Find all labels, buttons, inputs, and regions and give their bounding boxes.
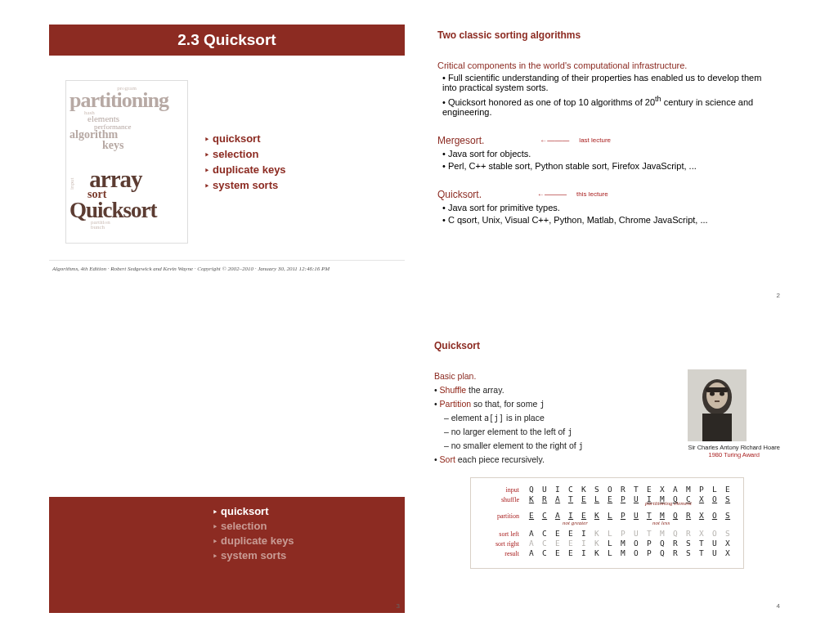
mergesort-row: Mergesort. ←——— last lecture (437, 135, 777, 146)
trace-box: input QUICKSORTEXAMPLE shuffle KRATELEPU… (470, 477, 744, 569)
svg-point-5 (720, 392, 724, 396)
slide-2-title: Two classic sorting algorithms (437, 25, 777, 51)
page-num-2: 2 (777, 292, 780, 299)
slide-3-toc: ‣quicksort ‣selection ‣duplicate keys ‣s… (49, 497, 405, 613)
critical-components-heading: Critical components in the world's compu… (437, 60, 777, 70)
slide-grid: 2.3 Quicksort program partitioning hash … (49, 25, 785, 613)
svg-point-2 (706, 382, 728, 409)
trace-sortleft: sort left ACEEIKLPUTMQRXOS (481, 529, 733, 538)
slide-2: Two classic sorting algorithms Critical … (429, 25, 785, 302)
wordcloud-algorithm: algorithm (70, 130, 184, 141)
trace-sortright: sort right ACEEIKLMOPQRSTUX (481, 539, 733, 548)
anno-not-greater: not greater (563, 520, 588, 526)
wordcloud-partitioning: partitioning (70, 91, 184, 110)
toc-system-sorts: ‣system sorts (213, 549, 405, 561)
slide-4-title: Quicksort (434, 335, 780, 361)
slide-1-toc: ‣quicksort ‣selection ‣duplicate keys ‣s… (204, 80, 388, 244)
wordcloud-quicksort: Quicksort (70, 200, 184, 220)
bullet-quicksort-langs: C qsort, Unix, Visual C++, Python, Matla… (437, 215, 777, 225)
trace-result: result ACEEIKLMOPQRSTUX (481, 548, 733, 557)
toc-selection: ‣selection (213, 520, 405, 532)
wordcloud-array: array (89, 168, 141, 190)
bullet-quicksort-java: Java sort for primitive types. (437, 203, 777, 212)
toc-selection: ‣selection (204, 148, 388, 160)
anno-partitioning-element: partitioning element (645, 500, 692, 507)
slide-4: Quicksort Basic plan. • Shuffle the arra… (429, 335, 785, 613)
toc-quicksort: ‣quicksort (213, 505, 405, 517)
svg-rect-3 (702, 414, 732, 441)
svg-point-4 (710, 392, 715, 396)
toc-duplicate-keys: ‣duplicate keys (204, 163, 388, 176)
hoare-portrait (688, 369, 747, 441)
slide-3: ‣quicksort ‣selection ‣duplicate keys ‣s… (49, 335, 405, 613)
toc-duplicate-keys: ‣duplicate keys (213, 534, 405, 547)
wordcloud: program partitioning hash elements perfo… (65, 80, 188, 244)
wordcloud-keys: keys (102, 141, 184, 151)
bullet-full-scientific: Full scientific understanding of their p… (437, 73, 777, 92)
toc-system-sorts: ‣system sorts (204, 179, 388, 191)
svg-rect-6 (715, 400, 720, 402)
hoare-caption: Sir Charles Antony Richard Hoare 1980 Tu… (688, 444, 780, 458)
bullet-top10: Quicksort honored as one of top 10 algor… (437, 95, 777, 117)
arrow-left-icon: ←——— (537, 190, 567, 199)
page-num-3: 3 (397, 602, 400, 610)
slide-1: 2.3 Quicksort program partitioning hash … (49, 25, 405, 302)
quicksort-row: Quicksort. ←——— this lecture (437, 189, 777, 200)
svg-rect-7 (706, 387, 729, 392)
slide-1-footer: Algorithms, 4th Edition · Robert Sedgewi… (49, 260, 405, 277)
bullet-mergesort-java: Java sort for objects. (437, 149, 777, 159)
bullet-mergesort-langs: Perl, C++ stable sort, Python stable sor… (437, 161, 777, 171)
anno-not-less: not less (652, 520, 670, 526)
toc-quicksort: ‣quicksort (204, 132, 388, 145)
basic-plan: Basic plan. • Shuffle the array. • Parti… (434, 369, 679, 466)
trace-partition: partition ECAIEKLPUTMQRXOS (481, 511, 733, 520)
trace-input: input QUICKSORTEXAMPLE (481, 485, 733, 494)
slide-1-title: 2.3 Quicksort (49, 25, 405, 56)
trace-shuffle: shuffle KRATELEPUIMQCXOS (481, 494, 733, 503)
arrow-left-icon: ←——— (540, 136, 569, 145)
page-num-4: 4 (777, 602, 780, 610)
